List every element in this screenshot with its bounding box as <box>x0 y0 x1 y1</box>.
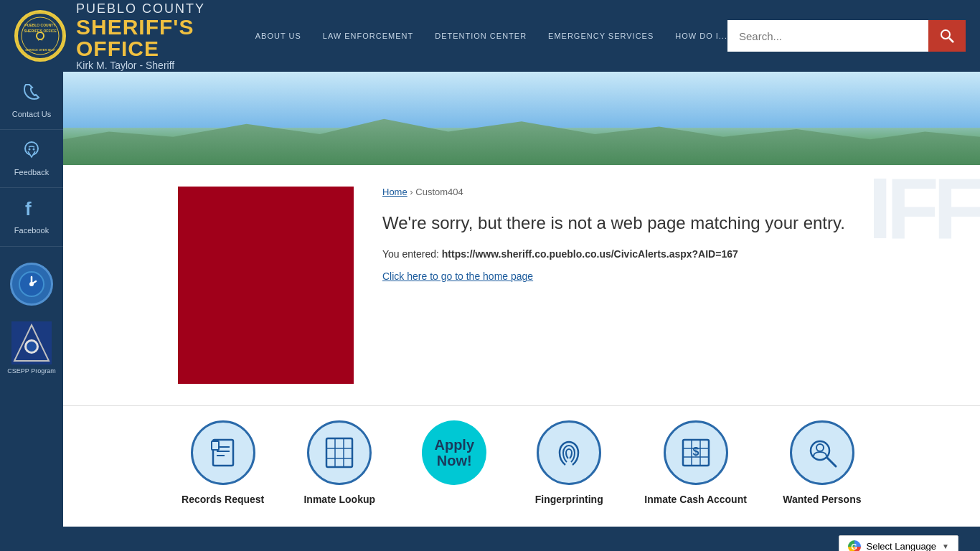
svg-rect-24 <box>212 441 219 450</box>
hero-clouds <box>63 72 980 128</box>
quick-link-wanted-persons[interactable]: Wanted Persons <box>783 420 862 505</box>
svg-point-19 <box>27 342 37 352</box>
nav-how-do[interactable]: HOW DO I... <box>675 32 727 40</box>
svg-point-15 <box>29 282 34 286</box>
wanted-persons-label: Wanted Persons <box>783 494 861 505</box>
breadcrumb-home[interactable]: Home <box>382 187 407 197</box>
csepp-label: CSEPP Program <box>7 367 55 375</box>
nav-law-enforcement[interactable]: LAW ENFORCEMENT <box>323 32 413 40</box>
wanted-persons-icon <box>790 420 854 485</box>
error-content: Home › Custom404 We're sorry, but there … <box>382 187 958 384</box>
hero-banner <box>63 72 980 165</box>
fingerprinting-icon <box>537 420 601 485</box>
facebook-icon: f <box>23 198 40 223</box>
contact-us-label: Contact Us <box>12 110 51 119</box>
feedback-label: Feedback <box>14 168 49 177</box>
footer-bar: G Select Language ▼ <box>63 527 980 551</box>
records-request-icon <box>191 420 255 485</box>
home-link[interactable]: Click here to go to the home page <box>382 270 533 282</box>
sidebar-item-feedback[interactable]: Feedback <box>0 130 63 188</box>
error-title: We're sorry, but there is not a web page… <box>382 212 958 234</box>
county-name: PUEBLO COUNTY <box>76 1 212 17</box>
nav-about-us[interactable]: ABOUT US <box>255 32 301 40</box>
sidebar-item-contact-us[interactable]: Contact Us <box>0 72 63 130</box>
breadcrumb-current: Custom404 <box>415 187 463 197</box>
sidebar-item-emergency[interactable] <box>0 247 63 316</box>
inmate-lookup-icon <box>307 420 372 485</box>
logo-text-block: PUEBLO COUNTY SHERIFF'S OFFICE Kirk M. T… <box>76 1 212 71</box>
error-body: You entered: https://www.sheriff.co.pueb… <box>382 248 958 260</box>
svg-point-38 <box>816 444 824 451</box>
apply-now-text-line2: Now! <box>437 453 472 468</box>
svg-line-9 <box>949 38 953 42</box>
apply-now-icon: Apply Now! <box>422 420 486 485</box>
breadcrumb: Home › Custom404 <box>382 187 958 197</box>
red-image-box <box>178 187 354 384</box>
search-button[interactable] <box>928 20 966 52</box>
select-language-label: Select Language <box>867 541 937 551</box>
entered-url: https://www.sheriff.co.pueblo.co.us/Civi… <box>442 248 738 260</box>
search-input-wrap <box>727 20 966 52</box>
svg-text:PUEBLO COUNTY: PUEBLO COUNTY <box>24 23 56 27</box>
svg-point-7 <box>37 33 43 39</box>
quick-link-records-request[interactable]: Records Request <box>182 420 264 505</box>
main-wrapper: Home › Custom404 We're sorry, but there … <box>63 72 980 551</box>
emergency-badge <box>10 263 53 306</box>
svg-point-8 <box>941 30 950 39</box>
quick-link-apply-now[interactable]: Apply Now! Apply Now <box>415 420 494 505</box>
site-logo[interactable]: PUEBLO COUNTY SHERIFF'S OFFICE SERVICE O… <box>14 1 212 71</box>
select-language-button[interactable]: G Select Language ▼ <box>839 535 959 552</box>
entered-label: You entered: <box>382 248 439 260</box>
nav-detention-center[interactable]: DETENTION CENTER <box>435 32 527 40</box>
inmate-lookup-label: Inmate Lookup <box>303 494 375 505</box>
logo-badge: PUEBLO COUNTY SHERIFF'S OFFICE SERVICE O… <box>14 10 66 62</box>
site-header: PUEBLO COUNTY SHERIFF'S OFFICE SERVICE O… <box>0 0 980 72</box>
svg-point-12 <box>33 149 35 151</box>
svg-text:SERVICE OVER SELF: SERVICE OVER SELF <box>25 48 55 52</box>
fingerprinting-label: Fingerprinting <box>535 494 603 505</box>
svg-rect-25 <box>326 438 352 467</box>
phone-icon <box>22 82 42 107</box>
svg-text:$: $ <box>692 446 699 458</box>
nav-emergency-services[interactable]: EMERGENCY SERVICES <box>548 32 654 40</box>
apply-now-text-line1: Apply <box>434 437 474 453</box>
quick-link-inmate-lookup[interactable]: Inmate Lookup <box>300 420 379 505</box>
sidebar-item-csepp[interactable]: CSEPP Program <box>7 321 55 375</box>
dropdown-chevron-icon: ▼ <box>942 542 949 550</box>
inmate-cash-label: Inmate Cash Account <box>644 494 747 505</box>
sidebar: Contact Us Feedback f Facebook <box>0 72 63 551</box>
svg-text:f: f <box>25 198 32 218</box>
sheriff-name: Kirk M. Taylor - Sheriff <box>76 60 212 71</box>
facebook-label: Facebook <box>14 226 49 235</box>
content-area: Home › Custom404 We're sorry, but there … <box>63 165 980 405</box>
google-g-icon: G <box>848 540 861 552</box>
main-nav: ABOUT US LAW ENFORCEMENT DETENTION CENTE… <box>255 32 727 40</box>
quick-links-bar: Records Request Inmate Lookup Apply Now!… <box>63 405 980 527</box>
records-request-label: Records Request <box>182 494 264 505</box>
sidebar-item-facebook[interactable]: f Facebook <box>0 188 63 246</box>
inmate-cash-icon: $ <box>664 420 728 485</box>
csepp-badge <box>11 321 52 364</box>
quick-link-fingerprinting[interactable]: Fingerprinting <box>529 420 608 505</box>
search-input[interactable] <box>727 20 928 52</box>
svg-point-11 <box>29 149 31 151</box>
feedback-icon <box>22 140 42 165</box>
search-bar <box>727 20 966 52</box>
svg-line-37 <box>827 458 836 466</box>
office-name: SHERIFF'S OFFICE <box>76 17 212 60</box>
quick-link-inmate-cash[interactable]: $ Inmate Cash Account <box>644 420 747 505</box>
search-icon <box>940 29 954 43</box>
